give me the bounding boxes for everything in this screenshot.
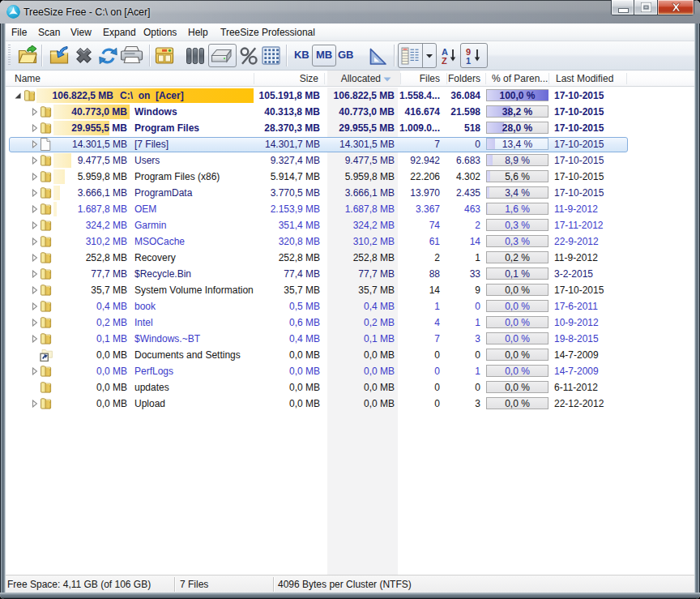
svg-text:Z: Z [442, 56, 447, 66]
svg-text:1: 1 [466, 56, 471, 66]
